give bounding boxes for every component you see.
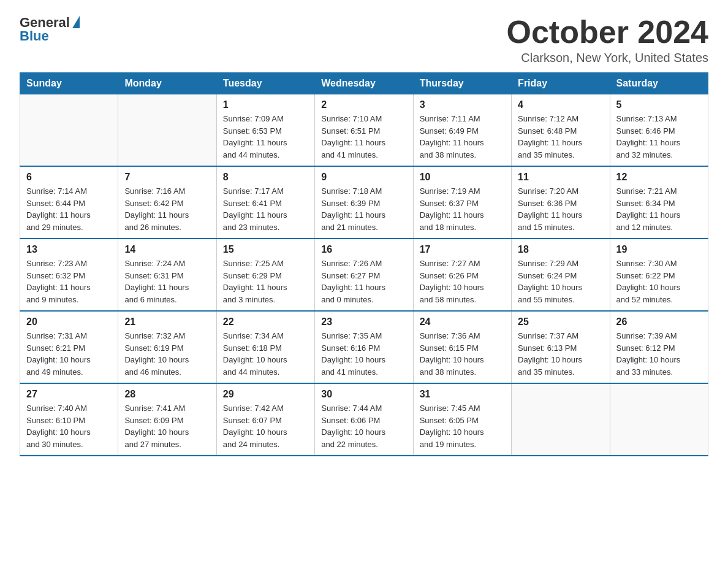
day-number: 26: [616, 316, 702, 327]
day-number: 10: [420, 172, 505, 183]
calendar-cell: 28Sunrise: 7:41 AMSunset: 6:09 PMDayligh…: [118, 383, 216, 456]
day-info: Sunrise: 7:14 AMSunset: 6:44 PMDaylight:…: [26, 185, 112, 233]
calendar-cell: 23Sunrise: 7:35 AMSunset: 6:16 PMDayligh…: [315, 311, 413, 383]
calendar-cell: [118, 94, 216, 167]
day-info: Sunrise: 7:40 AMSunset: 6:10 PMDaylight:…: [26, 402, 112, 450]
day-info: Sunrise: 7:13 AMSunset: 6:46 PMDaylight:…: [616, 113, 702, 161]
day-info: Sunrise: 7:30 AMSunset: 6:22 PMDaylight:…: [616, 258, 702, 305]
day-info: Sunrise: 7:35 AMSunset: 6:16 PMDaylight:…: [321, 330, 406, 378]
day-info: Sunrise: 7:27 AMSunset: 6:26 PMDaylight:…: [420, 258, 505, 305]
calendar-week-row: 27Sunrise: 7:40 AMSunset: 6:10 PMDayligh…: [20, 383, 708, 456]
day-number: 2: [321, 99, 406, 110]
calendar-cell: 12Sunrise: 7:21 AMSunset: 6:34 PMDayligh…: [610, 166, 708, 239]
day-info: Sunrise: 7:37 AMSunset: 6:13 PMDaylight:…: [518, 330, 603, 378]
day-info: Sunrise: 7:39 AMSunset: 6:12 PMDaylight:…: [616, 330, 702, 378]
location-text: Clarkson, New York, United States: [507, 51, 709, 65]
calendar-week-row: 6Sunrise: 7:14 AMSunset: 6:44 PMDaylight…: [20, 166, 708, 239]
calendar-cell: 1Sunrise: 7:09 AMSunset: 6:53 PMDaylight…: [216, 94, 314, 167]
weekday-header-saturday: Saturday: [610, 73, 708, 94]
calendar-table: SundayMondayTuesdayWednesdayThursdayFrid…: [20, 72, 708, 456]
weekday-header-wednesday: Wednesday: [315, 73, 413, 94]
weekday-header-thursday: Thursday: [413, 73, 511, 94]
calendar-cell: 8Sunrise: 7:17 AMSunset: 6:41 PMDaylight…: [216, 166, 314, 239]
calendar-cell: 19Sunrise: 7:30 AMSunset: 6:22 PMDayligh…: [610, 239, 708, 311]
day-info: Sunrise: 7:16 AMSunset: 6:42 PMDaylight:…: [124, 185, 210, 233]
day-number: 20: [26, 316, 112, 327]
day-number: 21: [124, 316, 210, 327]
calendar-cell: 6Sunrise: 7:14 AMSunset: 6:44 PMDaylight…: [20, 166, 118, 239]
calendar-week-row: 20Sunrise: 7:31 AMSunset: 6:21 PMDayligh…: [20, 311, 708, 383]
day-info: Sunrise: 7:20 AMSunset: 6:36 PMDaylight:…: [518, 185, 603, 233]
calendar-cell: 2Sunrise: 7:10 AMSunset: 6:51 PMDaylight…: [315, 94, 413, 167]
day-number: 5: [616, 99, 702, 110]
weekday-header-tuesday: Tuesday: [216, 73, 314, 94]
day-number: 15: [223, 244, 308, 255]
calendar-cell: 3Sunrise: 7:11 AMSunset: 6:49 PMDaylight…: [413, 94, 511, 167]
day-info: Sunrise: 7:42 AMSunset: 6:07 PMDaylight:…: [223, 402, 308, 450]
calendar-cell: 17Sunrise: 7:27 AMSunset: 6:26 PMDayligh…: [413, 239, 511, 311]
calendar-cell: [20, 94, 118, 167]
calendar-cell: 25Sunrise: 7:37 AMSunset: 6:13 PMDayligh…: [512, 311, 610, 383]
day-number: 11: [518, 172, 603, 183]
day-info: Sunrise: 7:18 AMSunset: 6:39 PMDaylight:…: [321, 185, 406, 233]
calendar-cell: 29Sunrise: 7:42 AMSunset: 6:07 PMDayligh…: [216, 383, 314, 456]
day-number: 27: [26, 389, 112, 400]
day-info: Sunrise: 7:36 AMSunset: 6:15 PMDaylight:…: [420, 330, 505, 378]
day-info: Sunrise: 7:26 AMSunset: 6:27 PMDaylight:…: [321, 258, 406, 305]
calendar-cell: 5Sunrise: 7:13 AMSunset: 6:46 PMDaylight…: [610, 94, 708, 167]
weekday-header-row: SundayMondayTuesdayWednesdayThursdayFrid…: [20, 73, 708, 94]
day-number: 22: [223, 316, 308, 327]
logo-triangle-icon: [72, 16, 80, 28]
logo: General Blue: [20, 15, 80, 44]
weekday-header-monday: Monday: [118, 73, 216, 94]
day-number: 14: [124, 244, 210, 255]
day-info: Sunrise: 7:19 AMSunset: 6:37 PMDaylight:…: [420, 185, 505, 233]
day-number: 6: [26, 172, 112, 183]
calendar-cell: 18Sunrise: 7:29 AMSunset: 6:24 PMDayligh…: [512, 239, 610, 311]
day-number: 13: [26, 244, 112, 255]
day-number: 18: [518, 244, 603, 255]
day-info: Sunrise: 7:32 AMSunset: 6:19 PMDaylight:…: [124, 330, 210, 378]
calendar-cell: 22Sunrise: 7:34 AMSunset: 6:18 PMDayligh…: [216, 311, 314, 383]
calendar-cell: 9Sunrise: 7:18 AMSunset: 6:39 PMDaylight…: [315, 166, 413, 239]
day-number: 24: [420, 316, 505, 327]
calendar-cell: [610, 383, 708, 456]
day-info: Sunrise: 7:23 AMSunset: 6:32 PMDaylight:…: [26, 258, 112, 305]
calendar-cell: 14Sunrise: 7:24 AMSunset: 6:31 PMDayligh…: [118, 239, 216, 311]
day-info: Sunrise: 7:44 AMSunset: 6:06 PMDaylight:…: [321, 402, 406, 450]
day-number: 29: [223, 389, 308, 400]
day-info: Sunrise: 7:34 AMSunset: 6:18 PMDaylight:…: [223, 330, 308, 378]
calendar-cell: 15Sunrise: 7:25 AMSunset: 6:29 PMDayligh…: [216, 239, 314, 311]
day-number: 7: [124, 172, 210, 183]
day-info: Sunrise: 7:31 AMSunset: 6:21 PMDaylight:…: [26, 330, 112, 378]
weekday-header-friday: Friday: [512, 73, 610, 94]
calendar-cell: 7Sunrise: 7:16 AMSunset: 6:42 PMDaylight…: [118, 166, 216, 239]
day-info: Sunrise: 7:41 AMSunset: 6:09 PMDaylight:…: [124, 402, 210, 450]
day-number: 28: [124, 389, 210, 400]
calendar-cell: 30Sunrise: 7:44 AMSunset: 6:06 PMDayligh…: [315, 383, 413, 456]
day-info: Sunrise: 7:09 AMSunset: 6:53 PMDaylight:…: [223, 113, 308, 161]
calendar-cell: 11Sunrise: 7:20 AMSunset: 6:36 PMDayligh…: [512, 166, 610, 239]
calendar-cell: 13Sunrise: 7:23 AMSunset: 6:32 PMDayligh…: [20, 239, 118, 311]
day-info: Sunrise: 7:17 AMSunset: 6:41 PMDaylight:…: [223, 185, 308, 233]
day-number: 8: [223, 172, 308, 183]
day-number: 4: [518, 99, 603, 110]
calendar-cell: 27Sunrise: 7:40 AMSunset: 6:10 PMDayligh…: [20, 383, 118, 456]
day-info: Sunrise: 7:11 AMSunset: 6:49 PMDaylight:…: [420, 113, 505, 161]
day-number: 16: [321, 244, 406, 255]
day-info: Sunrise: 7:24 AMSunset: 6:31 PMDaylight:…: [124, 258, 210, 305]
calendar-cell: [512, 383, 610, 456]
calendar-cell: 26Sunrise: 7:39 AMSunset: 6:12 PMDayligh…: [610, 311, 708, 383]
calendar-cell: 31Sunrise: 7:45 AMSunset: 6:05 PMDayligh…: [413, 383, 511, 456]
day-number: 19: [616, 244, 702, 255]
day-number: 9: [321, 172, 406, 183]
calendar-cell: 16Sunrise: 7:26 AMSunset: 6:27 PMDayligh…: [315, 239, 413, 311]
month-title: October 2024: [507, 15, 709, 50]
day-number: 17: [420, 244, 505, 255]
calendar-cell: 10Sunrise: 7:19 AMSunset: 6:37 PMDayligh…: [413, 166, 511, 239]
calendar-cell: 24Sunrise: 7:36 AMSunset: 6:15 PMDayligh…: [413, 311, 511, 383]
day-number: 25: [518, 316, 603, 327]
calendar-week-row: 13Sunrise: 7:23 AMSunset: 6:32 PMDayligh…: [20, 239, 708, 311]
title-block: October 2024 Clarkson, New York, United …: [507, 15, 709, 65]
calendar-cell: 20Sunrise: 7:31 AMSunset: 6:21 PMDayligh…: [20, 311, 118, 383]
